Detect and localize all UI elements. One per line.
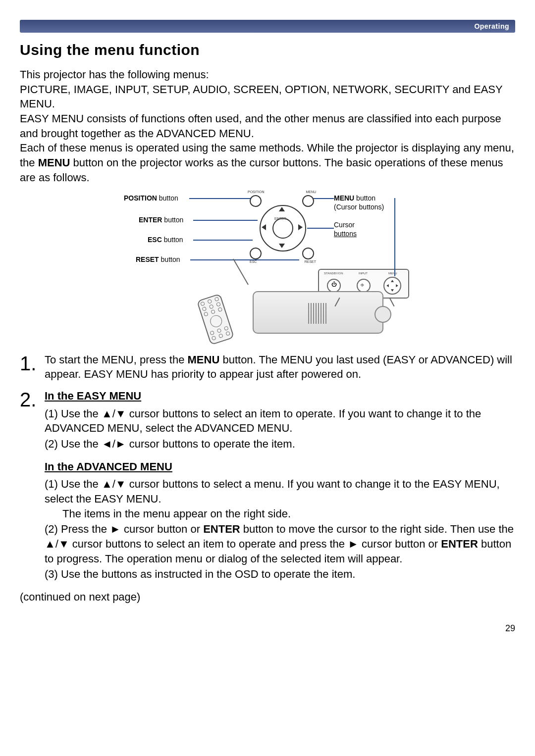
projector-menu-button: [383, 277, 401, 295]
menu-button-label: MENU button: [334, 194, 375, 202]
step-1-number: 1.: [20, 353, 45, 382]
pad-reset-corner: [302, 248, 314, 259]
control-diagram: POSITION button ENTER button ESC button …: [124, 192, 411, 346]
intro-line3c: button on the projector works as the cur…: [20, 156, 503, 184]
continued-note: (continued on next page): [20, 591, 515, 604]
connector-line: [193, 240, 253, 241]
intro-line1: This projector has the following menus:: [20, 68, 209, 81]
easy-menu-item-2: (2) Use the ◄/► cursor buttons to operat…: [45, 437, 515, 452]
esc-button-label: ESC button: [148, 236, 183, 244]
adv-menu-item-1: (1) Use the ▲/▼ cursor buttons to select…: [45, 477, 515, 521]
remote-direction-pad: POSITION MENU ENTER ESC RESET: [247, 192, 317, 262]
reset-button-label: RESET button: [136, 255, 180, 263]
intro-line3a: EASY MENU consists of functions often us…: [20, 112, 501, 140]
pad-position-corner: [250, 195, 262, 207]
adv-menu-item-3: (3) Use the buttons as instructed in the…: [45, 567, 515, 582]
easy-menu-item-1: (1) Use the ▲/▼ cursor buttons to select…: [45, 406, 515, 436]
input-button: ⎆: [357, 279, 371, 293]
connector-line: [189, 198, 254, 199]
remote-control-illustration: [197, 293, 235, 345]
step-1: 1. To start the MENU, press the MENU but…: [20, 353, 515, 382]
position-button-label: POSITION button: [124, 194, 178, 202]
header-section-label: Operating: [474, 22, 509, 30]
pad-menu-corner: [302, 195, 314, 207]
standby-on-button: ⏻: [327, 279, 341, 293]
enter-center-button: [272, 218, 293, 239]
intro-line2: PICTURE, IMAGE, INPUT, SETUP, AUDIO, SCR…: [20, 83, 502, 110]
buttons-word: buttons: [334, 230, 357, 238]
step-1-menu-bold: MENU: [188, 353, 220, 366]
header-bar: Operating: [20, 20, 515, 33]
pad-esc-corner: [250, 248, 262, 259]
projector-body-illustration: [253, 291, 383, 334]
connector-line: [394, 212, 395, 276]
step-1-text-a: To start the MENU, press the: [45, 353, 188, 366]
intro-paragraph: This projector has the following menus: …: [20, 67, 515, 185]
page-number: 29: [20, 623, 515, 634]
advanced-menu-heading: In the ADVANCED MENU: [45, 459, 515, 474]
intro-menu-bold: MENU: [38, 156, 70, 169]
cursor-buttons-paren: (Cursor buttons): [334, 203, 384, 211]
page-title: Using the menu function: [20, 42, 515, 58]
connector-line: [394, 198, 395, 212]
step-2-number: 2.: [20, 389, 45, 582]
adv-menu-item-2: (2) Press the ► cursor button or ENTER b…: [45, 522, 515, 566]
step-2: 2. In the EASY MENU (1) Use the ▲/▼ curs…: [20, 389, 515, 582]
easy-menu-heading: In the EASY MENU: [45, 389, 515, 403]
enter-button-label: ENTER button: [139, 216, 183, 224]
cursor-word: Cursor: [334, 221, 355, 229]
